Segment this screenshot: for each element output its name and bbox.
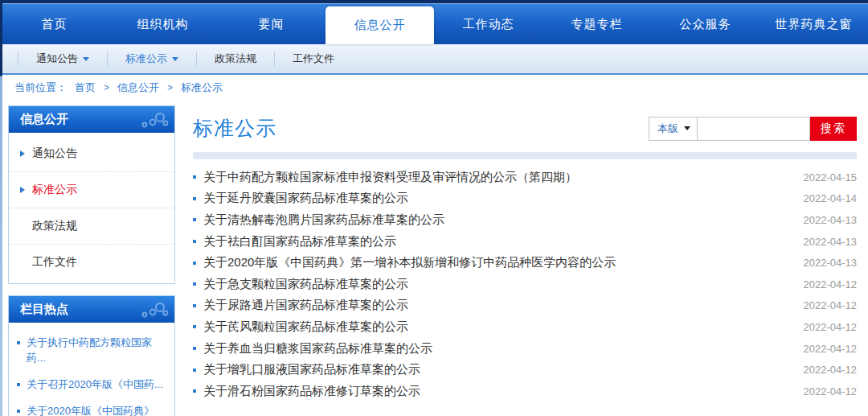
breadcrumb: 当前位置： 首页 > 信息公开 > 标准公示 <box>0 75 868 101</box>
breadcrumb-link-home[interactable]: 首页 <box>75 80 96 95</box>
announcement-title[interactable]: 关于养血当归糖浆国家药品标准草案的公示 <box>203 341 794 356</box>
list-item[interactable]: 关于中药配方颗粒国家标准申报资料受理及审评情况的公示（第四期） 2022-04-… <box>193 167 857 188</box>
bullet-icon <box>193 197 196 200</box>
announcement-date: 2022-04-13 <box>804 257 858 269</box>
bullet-icon <box>193 347 196 350</box>
sidebar-item-label: 通知公告 <box>32 146 77 161</box>
announcement-title[interactable]: 关于祛白酊国家药品标准草案的公示 <box>203 234 794 249</box>
breadcrumb-link-standards[interactable]: 标准公示 <box>181 80 223 95</box>
announcement-title[interactable]: 关于芪风颗粒国家药品标准草案的公示 <box>203 319 794 335</box>
bullet-icon <box>193 262 196 265</box>
list-item[interactable]: 关于急支颗粒国家药品标准草案的公示 2022-04-12 <box>193 274 857 295</box>
bullet-icon <box>193 325 196 328</box>
list-item[interactable]: 关于延丹胶囊国家药品标准草案的公示 2022-04-14 <box>193 188 857 210</box>
subnav-item-label: 工作文件 <box>293 51 334 66</box>
hot-topic-item[interactable]: 关于2020年版《中国药典》实... <box>17 397 168 416</box>
nav-tab-info-disclosure[interactable]: 信息公开 <box>326 6 434 44</box>
page-title: 标准公示 <box>193 115 276 142</box>
bullet-icon <box>17 383 20 386</box>
bullet-icon <box>193 175 196 179</box>
announcement-title[interactable]: 关于滑石粉国家药品标准修订草案的公示 <box>203 384 794 399</box>
bullet-icon <box>193 282 196 286</box>
announcement-title[interactable]: 关于急支颗粒国家药品标准草案的公示 <box>203 277 794 292</box>
search-button[interactable]: 搜索 <box>810 117 857 141</box>
announcement-title[interactable]: 关于增乳口服液国家药品标准草案的公示 <box>203 362 794 377</box>
sidebar-menu-title: 信息公开 <box>20 112 68 127</box>
subnav-item-policies[interactable]: 政策法规 <box>196 51 274 66</box>
top-navigation: 首页 组织机构 要闻 信息公开 工作动态 专题专栏 公众服务 世界药典之窗 <box>0 3 868 44</box>
announcement-date: 2022-04-12 <box>804 364 858 376</box>
chevron-down-icon <box>83 57 89 61</box>
nav-tab-special-topics[interactable]: 专题专栏 <box>542 4 651 44</box>
bullet-icon <box>193 369 196 372</box>
page: 首页 组织机构 要闻 信息公开 工作动态 专题专栏 公众服务 世界药典之窗 通知… <box>0 0 868 416</box>
list-item[interactable]: 关于尿路通片国家药品标准草案的公示 2022-04-12 <box>193 295 857 317</box>
announcement-date: 2022-04-12 <box>804 385 858 397</box>
main-header: 标准公示 本版 搜索 <box>193 115 857 142</box>
sidebar-hot-box: 栏目热点 关于执行中药配方颗粒国家药... <box>8 295 175 416</box>
bullet-icon <box>193 304 196 307</box>
list-item[interactable]: 关于养血当归糖浆国家药品标准草案的公示 2022-04-12 <box>193 338 857 360</box>
list-item[interactable]: 关于芪风颗粒国家药品标准草案的公示 2022-04-12 <box>193 316 857 338</box>
list-item[interactable]: 关于祛白酊国家药品标准草案的公示 2022-04-13 <box>193 231 857 253</box>
left-edge-border <box>0 3 2 416</box>
sidebar-item-policies[interactable]: 政策法规 <box>9 208 174 245</box>
search-category-select[interactable]: 本版 <box>649 117 698 141</box>
breadcrumb-separator: > <box>104 82 109 93</box>
subnav-item-standards[interactable]: 标准公示 <box>107 51 196 66</box>
sub-navigation: 通知公告 标准公示 政策法规 工作文件 <box>0 44 868 75</box>
sidebar-menu-header: 信息公开 <box>9 106 174 133</box>
bullet-icon <box>17 410 20 413</box>
announcement-date: 2022-04-15 <box>804 171 858 183</box>
breadcrumb-link-info-disclosure[interactable]: 信息公开 <box>117 80 159 95</box>
nav-tab-world-pharmacopoeia[interactable]: 世界药典之窗 <box>760 4 868 44</box>
sidebar-item-label: 标准公示 <box>32 183 77 197</box>
bullet-icon <box>17 341 20 344</box>
main-panel: 标准公示 本版 搜索 关于中药配方颗粒国家标准申报资料受理及审评情况的公示（第四… <box>193 105 857 411</box>
hot-topic-item[interactable]: 关于召开2020年版《中国药... <box>17 371 168 397</box>
bullet-icon <box>193 218 196 221</box>
search-bar: 本版 搜索 <box>649 117 857 141</box>
announcement-date: 2022-04-12 <box>804 321 858 333</box>
cloud-decoration-icon <box>133 111 168 129</box>
announcement-date: 2022-04-13 <box>804 214 858 226</box>
hot-topic-item[interactable]: 关于执行中药配方颗粒国家药... <box>17 329 168 371</box>
nav-tab-news[interactable]: 要闻 <box>217 4 326 44</box>
announcement-list: 关于中药配方颗粒国家标准申报资料受理及审评情况的公示（第四期） 2022-04-… <box>193 167 857 402</box>
subnav-item-notices[interactable]: 通知公告 <box>18 51 107 66</box>
subnav-item-label: 政策法规 <box>215 51 256 66</box>
list-item[interactable]: 关于清热解毒泡腾片国家药品标准草案的公示 2022-04-13 <box>193 209 857 231</box>
breadcrumb-separator: > <box>167 82 173 93</box>
list-item[interactable]: 关于2020年版《中国药典》第一增补本拟新增和修订中药品种医学内容的公示 202… <box>193 252 857 274</box>
list-item[interactable]: 关于滑石粉国家药品标准修订草案的公示 2022-04-12 <box>193 381 857 402</box>
subnav-item-label: 通知公告 <box>36 51 78 66</box>
announcement-date: 2022-04-13 <box>804 236 858 248</box>
nav-tab-public-service[interactable]: 公众服务 <box>651 4 760 44</box>
chevron-down-icon <box>172 57 178 61</box>
sidebar: 信息公开 通知公告 标准公示 <box>8 105 175 411</box>
sidebar-item-work-files[interactable]: 工作文件 <box>9 245 174 280</box>
sidebar-menu: 通知公告 标准公示 政策法规 工作文件 <box>9 133 174 283</box>
sidebar-item-notices[interactable]: 通知公告 <box>9 136 174 172</box>
nav-tab-home[interactable]: 首页 <box>0 4 108 44</box>
bullet-icon <box>193 240 196 243</box>
bullet-icon <box>193 389 196 393</box>
arrow-right-icon <box>20 187 25 193</box>
list-item[interactable]: 关于增乳口服液国家药品标准草案的公示 2022-04-12 <box>193 359 857 381</box>
announcement-title[interactable]: 关于清热解毒泡腾片国家药品标准草案的公示 <box>203 212 794 228</box>
sidebar-menu-box: 信息公开 通知公告 标准公示 <box>8 105 175 284</box>
subnav-item-work-files[interactable]: 工作文件 <box>274 51 352 66</box>
announcement-title[interactable]: 关于中药配方颗粒国家标准申报资料受理及审评情况的公示（第四期） <box>203 170 794 185</box>
announcement-title[interactable]: 关于延丹胶囊国家药品标准草案的公示 <box>203 191 794 206</box>
announcement-title[interactable]: 关于2020年版《中国药典》第一增补本拟新增和修订中药品种医学内容的公示 <box>203 255 794 270</box>
announcement-title[interactable]: 关于尿路通片国家药品标准草案的公示 <box>203 298 794 313</box>
sidebar-item-standards[interactable]: 标准公示 <box>9 172 174 208</box>
subnav-item-label: 标准公示 <box>125 51 167 66</box>
hot-topic-label: 关于2020年版《中国药典》实... <box>27 403 168 416</box>
hot-topic-label: 关于执行中药配方颗粒国家药... <box>27 335 168 365</box>
nav-tab-work-updates[interactable]: 工作动态 <box>434 4 542 44</box>
hot-topic-label: 关于召开2020年版《中国药... <box>27 377 163 392</box>
section-divider <box>193 152 857 159</box>
nav-tab-organization[interactable]: 组织机构 <box>108 4 217 44</box>
search-input[interactable] <box>698 117 810 141</box>
